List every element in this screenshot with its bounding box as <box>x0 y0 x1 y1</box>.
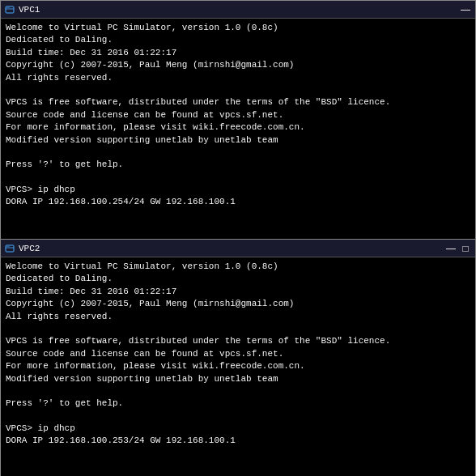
svg-point-6 <box>6 245 7 246</box>
vpc1-title-bar: VPC1 — <box>1 1 475 19</box>
vpc1-title: VPC1 <box>19 5 40 15</box>
vpc1-controls: — <box>459 3 472 16</box>
vpc1-icon <box>4 4 15 15</box>
vpc2-icon <box>4 243 15 254</box>
vpc2-maximize-button[interactable]: □ <box>459 242 472 255</box>
svg-point-7 <box>8 245 9 246</box>
vpc2-title: VPC2 <box>19 244 40 253</box>
vpc2-title-bar: VPC2 — □ <box>1 240 475 257</box>
vpc2-controls: — □ <box>444 242 472 255</box>
vpc1-terminal: Welcome to Virtual PC Simulator, version… <box>1 19 475 240</box>
vpc2-minimize-button[interactable]: — <box>444 242 457 255</box>
svg-point-2 <box>6 6 7 7</box>
vpc1-window: VPC1 — Welcome to Virtual PC Simulator, … <box>0 0 476 239</box>
vpc1-minimize-button[interactable]: — <box>459 3 472 16</box>
svg-point-3 <box>8 6 9 7</box>
vpc2-window: VPC2 — □ Welcome to Virtual PC Simulator… <box>0 239 476 476</box>
vpc2-terminal: Welcome to Virtual PC Simulator, version… <box>1 257 475 476</box>
vpc2-title-left: VPC2 <box>4 243 40 254</box>
vpc1-title-left: VPC1 <box>4 4 40 15</box>
